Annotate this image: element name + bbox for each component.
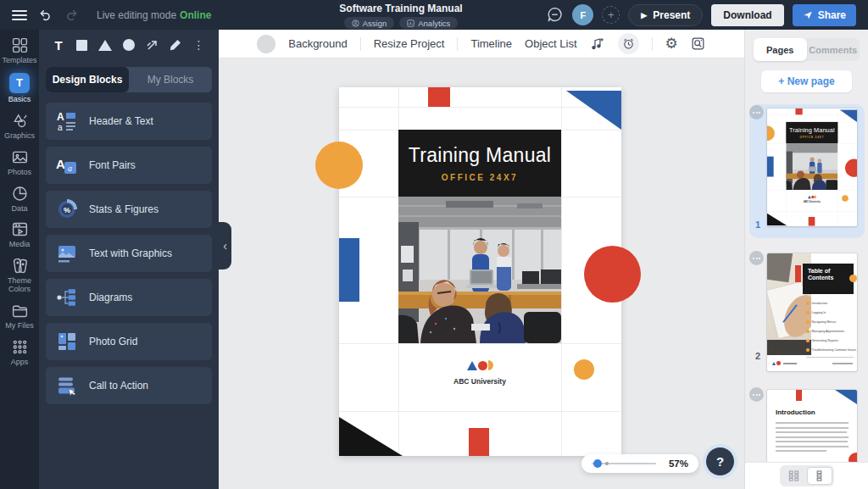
help-button[interactable]: ? [706,447,734,475]
cover-title-box[interactable]: Training Manual OFFICE 24X7 [398,130,561,197]
analytics-button[interactable]: Analytics [399,17,458,29]
intro-red-rectangle [796,390,802,401]
share-arrow-icon [803,10,813,20]
sidebar-item-theme-colors[interactable]: Theme Colors [0,257,39,294]
sidebar-item-my-files[interactable]: My Files [0,302,39,331]
add-collaborator-button[interactable]: + [602,6,620,24]
small-orange-circle-shape[interactable] [574,359,594,380]
triangle-icon [98,40,112,51]
zoom-slider-track[interactable] [592,463,656,464]
tab-design-blocks[interactable]: Design Blocks [46,67,129,92]
sidebar-item-photos[interactable]: Photos [0,148,39,177]
arrow-icon [146,38,159,52]
design-page[interactable]: Training Manual OFFICE 24X7 [339,87,621,456]
undo-icon[interactable] [39,8,53,22]
download-button[interactable]: Download [711,4,783,26]
block-item-stats-figures[interactable]: % Stats & Figures [46,191,212,228]
present-button[interactable]: ▶ Present [628,4,703,26]
text-tool-button[interactable]: T [49,36,68,54]
comments-icon[interactable] [546,6,564,24]
organization-name[interactable]: ABC University [398,377,561,386]
page-options-icon[interactable] [749,387,764,402]
grid-line [339,107,621,108]
page-card-2[interactable]: Table of Contents Introduction Logging I… [749,250,865,375]
blue-rectangle-shape[interactable] [339,238,359,302]
tab-comments[interactable]: Comments [807,38,860,61]
assign-button[interactable]: Assign [344,17,395,29]
grid-line [561,87,562,456]
grid-view-button[interactable] [782,467,807,485]
cover-brand[interactable]: ABC University [398,358,561,386]
rectangle-tool-button[interactable] [73,36,92,54]
object-list-button[interactable]: Object List [525,37,576,50]
analytics-chart-icon [407,19,415,27]
tab-pages[interactable]: Pages [754,38,807,61]
block-item-call-to-action[interactable]: Call to Action [46,367,212,404]
tab-my-blocks[interactable]: My Blocks [129,67,212,92]
cover-title[interactable]: Training Manual [409,144,552,167]
blocks-tabs: Design Blocks My Blocks [46,67,212,92]
block-list: Aa Header & Text Aa Font Pairs % Stats &… [46,103,212,404]
left-icon-rail: Templates T Basics Graphics Photos Data … [0,30,39,489]
add-music-button[interactable] [590,36,605,52]
settings-gear-icon[interactable]: ⚙ [665,36,678,51]
sidebar-item-graphics[interactable]: Graphics [0,112,39,141]
sidebar-item-templates[interactable]: Templates [0,36,39,65]
hamburger-menu-icon[interactable] [12,10,27,20]
pen-icon [169,38,182,52]
block-item-header-text[interactable]: Aa Header & Text [46,103,212,140]
triangle-tool-button[interactable] [96,36,114,54]
resize-project-button[interactable]: Resize Project [374,37,445,50]
new-page-button[interactable]: + New page [761,70,852,92]
panel-collapse-handle[interactable]: ‹ [219,222,231,270]
circle-tool-button[interactable] [120,36,138,54]
topbar-center: Software Training Manual Assign Analytic… [333,3,469,29]
page-options-icon[interactable] [749,251,764,265]
black-triangle-shape[interactable] [339,417,403,456]
background-button[interactable]: Background [288,37,347,50]
red-rectangle-bottom-shape[interactable] [469,428,489,456]
page-options-icon[interactable] [749,105,764,119]
page-card-1[interactable]: Training Manual OFFICE 24X7 [749,104,865,238]
sidebar-item-basics[interactable]: T Basics [0,73,39,104]
svg-text:A: A [56,157,65,171]
media-video-icon [11,220,29,238]
zoom-slider-knob[interactable] [593,459,602,468]
list-view-button[interactable] [807,467,832,485]
red-circle-shape[interactable] [584,246,641,303]
red-rectangle-shape[interactable] [428,87,450,107]
arrow-tool-button[interactable] [143,36,162,54]
timer-button[interactable] [618,33,639,54]
blue-triangle-shape[interactable] [566,91,621,130]
redo-icon[interactable] [64,8,78,22]
header-text-icon: Aa [56,110,78,132]
background-color-swatch[interactable] [257,35,275,53]
toolbar-divider [652,37,653,51]
alarm-clock-icon [622,37,635,50]
svg-text:A: A [57,111,64,123]
block-item-font-pairs[interactable]: Aa Font Pairs [46,147,212,184]
grid-view-icon [788,470,799,481]
office-photo[interactable] [398,197,561,343]
user-avatar[interactable]: F [572,4,593,25]
sidebar-item-apps[interactable]: Apps [0,338,39,367]
share-button[interactable]: Share [793,4,856,26]
pen-tool-button[interactable] [166,36,185,54]
play-icon: ▶ [641,11,647,19]
cover-subtitle[interactable]: OFFICE 24X7 [442,173,518,182]
toc-red-rectangle [795,265,801,282]
page-2-thumbnail: Table of Contents Introduction Logging I… [767,253,857,371]
preview-button[interactable] [691,36,706,52]
more-tools-button[interactable]: ⋮ [190,36,209,54]
timeline-button[interactable]: Timeline [470,37,512,50]
document-title: Software Training Manual [333,3,469,14]
sidebar-item-media[interactable]: Media [0,220,39,249]
sidebar-item-data[interactable]: Data [0,185,39,214]
intro-body-lines [776,422,849,455]
block-item-photo-grid[interactable]: Photo Grid [46,323,212,360]
block-item-diagrams[interactable]: Diagrams [46,279,212,316]
templates-icon [11,36,29,54]
orange-circle-shape[interactable] [315,142,363,189]
list-view-icon [814,470,825,481]
block-item-text-with-graphics[interactable]: Text with Graphics [46,235,212,272]
